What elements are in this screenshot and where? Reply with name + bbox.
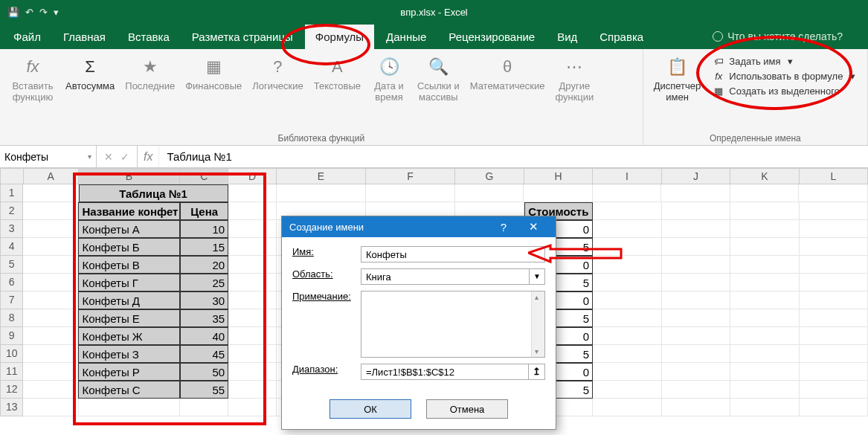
cell[interactable] <box>800 291 868 309</box>
comment-textarea[interactable] <box>361 291 545 358</box>
cell[interactable]: 35 <box>180 309 228 327</box>
name-box[interactable]: Конфеты <box>0 146 97 167</box>
cell[interactable] <box>662 256 730 274</box>
cell[interactable] <box>799 184 868 202</box>
cell[interactable] <box>730 291 799 309</box>
cell[interactable] <box>730 238 799 256</box>
tab-insert[interactable]: Вставка <box>118 25 180 49</box>
refers-to-input[interactable] <box>361 364 529 380</box>
column-header[interactable]: A <box>24 168 79 184</box>
cell[interactable] <box>23 291 78 309</box>
column-header[interactable]: C <box>180 168 228 184</box>
math-button[interactable]: θ Математические <box>466 52 550 93</box>
tab-help[interactable]: Справка <box>589 25 654 49</box>
more-functions-button[interactable]: ⋯ Другиефункции <box>550 52 598 104</box>
column-header[interactable]: F <box>366 168 455 184</box>
tab-page-layout[interactable]: Разметка страницы <box>181 25 303 49</box>
cell[interactable] <box>23 399 78 416</box>
cell[interactable]: Таблица №1 <box>79 184 228 202</box>
cell[interactable]: 40 <box>180 327 228 345</box>
cell[interactable] <box>228 220 277 238</box>
cell[interactable] <box>593 238 661 256</box>
save-icon[interactable]: 💾 <box>7 7 19 18</box>
cell[interactable]: 45 <box>180 345 228 363</box>
cell[interactable] <box>662 238 730 256</box>
dialog-title-bar[interactable]: Создание имени ? ✕ <box>282 216 556 237</box>
cell[interactable]: Конфеты С <box>78 381 180 399</box>
cell[interactable] <box>228 345 277 363</box>
column-header[interactable]: L <box>800 168 868 184</box>
cell[interactable] <box>593 256 661 274</box>
row-header[interactable]: 6 <box>0 274 23 291</box>
cell[interactable] <box>23 256 78 274</box>
tell-me-search[interactable]: Что вы хотите сделать? <box>713 30 865 42</box>
range-picker-icon[interactable]: ↥ <box>529 364 545 380</box>
cell[interactable] <box>455 184 524 202</box>
cell[interactable] <box>366 184 455 202</box>
cell[interactable] <box>23 274 78 291</box>
cell[interactable] <box>730 220 799 238</box>
ok-button[interactable]: ОК <box>329 399 411 419</box>
cancel-formula-icon[interactable]: ✕ <box>104 151 113 163</box>
cell[interactable]: 55 <box>180 381 228 399</box>
cell[interactable] <box>662 327 730 345</box>
cell[interactable] <box>23 327 78 345</box>
cell[interactable]: Конфеты Е <box>78 309 180 327</box>
enter-formula-icon[interactable]: ✓ <box>120 151 129 163</box>
cell[interactable] <box>730 184 800 202</box>
cell[interactable] <box>228 399 277 416</box>
cell[interactable] <box>23 381 78 399</box>
dialog-help-button[interactable]: ? <box>489 221 518 233</box>
cell[interactable] <box>662 202 730 220</box>
cell[interactable] <box>593 345 661 363</box>
cell[interactable]: Конфеты Б <box>78 238 180 256</box>
cell[interactable] <box>730 202 799 220</box>
row-header[interactable]: 13 <box>0 399 23 416</box>
cell[interactable] <box>180 399 228 416</box>
column-header[interactable]: K <box>730 168 799 184</box>
cell[interactable] <box>228 327 277 345</box>
create-from-selection-button[interactable]: ▦ Создать из выделенного <box>713 85 855 97</box>
cell[interactable] <box>800 274 868 291</box>
cell[interactable] <box>662 345 730 363</box>
cell[interactable] <box>730 399 800 416</box>
cell[interactable]: Конфеты Ж <box>78 327 180 345</box>
cell[interactable] <box>23 202 78 220</box>
column-header[interactable]: I <box>593 168 661 184</box>
tab-formulas[interactable]: Формулы <box>305 25 374 49</box>
cell[interactable] <box>800 238 868 256</box>
cell[interactable] <box>800 345 868 363</box>
cell[interactable] <box>593 184 662 202</box>
cell[interactable] <box>662 399 731 416</box>
cell[interactable] <box>228 256 277 274</box>
cell[interactable] <box>228 238 277 256</box>
cell[interactable] <box>593 274 661 291</box>
cell[interactable] <box>593 327 661 345</box>
cell[interactable] <box>730 327 799 345</box>
chevron-down-icon[interactable]: ▼ <box>529 268 545 285</box>
cell[interactable] <box>800 399 869 416</box>
cell[interactable] <box>730 345 799 363</box>
cell[interactable] <box>662 291 730 309</box>
undo-icon[interactable]: ↶ <box>25 7 33 18</box>
row-header[interactable]: 4 <box>0 238 23 256</box>
cell[interactable]: Название конфет <box>78 202 180 220</box>
tab-data[interactable]: Данные <box>376 25 437 49</box>
cell[interactable] <box>23 309 78 327</box>
cell[interactable] <box>661 184 730 202</box>
tab-home[interactable]: Главная <box>53 25 116 49</box>
column-header[interactable]: E <box>277 168 366 184</box>
cancel-button[interactable]: Отмена <box>426 399 508 419</box>
cell[interactable] <box>662 274 730 291</box>
tab-review[interactable]: Рецензирование <box>438 25 545 49</box>
cell[interactable] <box>800 381 868 399</box>
cell[interactable] <box>593 363 661 381</box>
column-header[interactable]: H <box>524 168 593 184</box>
cell[interactable]: Конфеты В <box>78 256 180 274</box>
row-header[interactable]: 7 <box>0 291 23 309</box>
scrollbar[interactable] <box>531 291 544 357</box>
cell[interactable] <box>800 220 868 238</box>
row-header[interactable]: 1 <box>0 184 23 202</box>
cell[interactable] <box>662 363 730 381</box>
recent-functions-button[interactable]: ★ Последние <box>120 52 179 93</box>
